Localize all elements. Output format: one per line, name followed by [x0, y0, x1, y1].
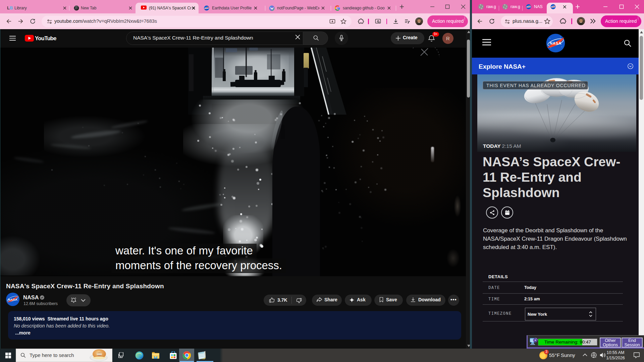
svg-text:YouTube: YouTube [35, 35, 56, 41]
svg-text:NASA: NASA [551, 6, 555, 8]
svg-text:NASA: NASA [550, 41, 562, 45]
svg-text:NASA: NASA [527, 6, 531, 8]
svg-text:NASA: NASA [205, 7, 209, 9]
svg-text:NASA: NASA [8, 298, 18, 301]
